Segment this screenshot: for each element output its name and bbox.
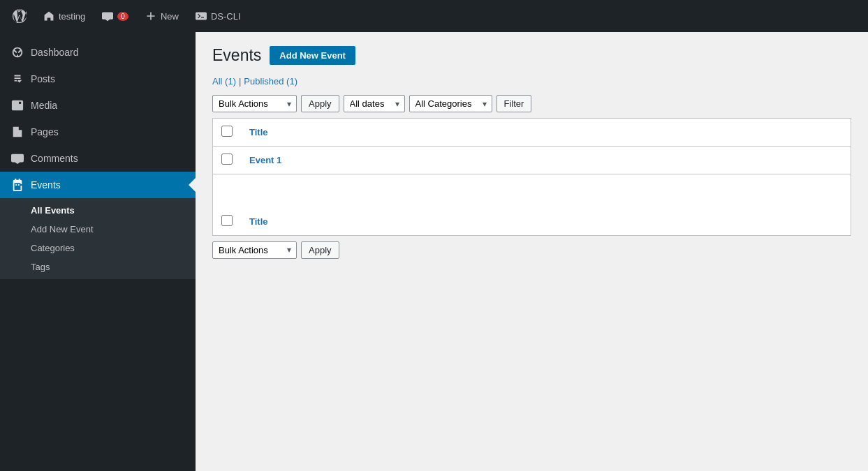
all-dates-select[interactable]: All dates <box>344 95 405 112</box>
site-name: testing <box>59 11 85 22</box>
submenu-categories[interactable]: Categories <box>0 239 196 257</box>
sidebar-item-events[interactable]: Events <box>0 172 196 198</box>
top-apply-button[interactable]: Apply <box>301 95 339 112</box>
sidebar-item-media[interactable]: Media <box>0 92 196 119</box>
published-filter-count: (1) <box>286 76 297 87</box>
all-filter-count: (1) <box>225 76 236 87</box>
table-footer-row: Title <box>213 208 851 236</box>
all-dates-wrap: All dates <box>344 95 405 112</box>
select-all-checkbox-bottom[interactable] <box>221 215 233 226</box>
published-filter-link[interactable]: Published (1) <box>244 76 297 87</box>
cli-link[interactable]: DS-CLI <box>189 0 248 32</box>
comment-count: 0 <box>117 12 128 21</box>
all-categories-wrap: All Categories <box>409 95 492 112</box>
dashboard-icon <box>11 46 24 59</box>
cli-label: DS-CLI <box>211 11 241 22</box>
new-link[interactable]: New <box>138 0 186 32</box>
footer-title-cell[interactable]: Title <box>241 208 851 236</box>
filter-sep: | <box>239 76 241 87</box>
spacer-cell <box>213 174 851 208</box>
comments-label: Comments <box>31 153 78 164</box>
add-new-event-button[interactable]: Add New Event <box>270 46 355 65</box>
home-icon <box>43 10 54 22</box>
top-bulk-actions-select[interactable]: Bulk Actions Edit Move to Trash <box>212 95 297 112</box>
sidebar-item-posts[interactable]: Posts <box>0 66 196 92</box>
select-all-checkbox-top[interactable] <box>221 126 233 137</box>
media-label: Media <box>31 100 57 111</box>
new-label: New <box>161 11 179 22</box>
terminal-icon <box>196 10 207 22</box>
sidebar-item-comments[interactable]: Comments <box>0 145 196 172</box>
top-tablenav: Bulk Actions Edit Move to Trash Apply Al… <box>212 95 851 112</box>
events-label: Events <box>31 179 61 190</box>
event-title-link[interactable]: Event 1 <box>249 155 281 165</box>
table-spacer-row <box>213 174 851 208</box>
pages-icon <box>11 126 24 138</box>
events-submenu: All Events Add New Event Categories Tags <box>0 198 196 279</box>
admin-bar: testing 0 New DS-CLI <box>0 0 868 32</box>
published-filter-label: Published <box>244 76 284 87</box>
all-filter-label: All <box>212 76 222 87</box>
pages-label: Pages <box>31 126 59 137</box>
table-header-row: Title <box>213 119 851 147</box>
comments-link[interactable]: 0 <box>95 0 135 32</box>
table-row: Event 1 <box>213 147 851 174</box>
bottom-bulk-actions-wrap: Bulk Actions Edit Move to Trash <box>212 241 297 259</box>
media-icon <box>11 99 24 112</box>
submenu-tags[interactable]: Tags <box>0 257 196 276</box>
sidebar-item-pages[interactable]: Pages <box>0 119 196 145</box>
wp-logo-link[interactable] <box>6 0 34 32</box>
posts-label: Posts <box>31 73 55 84</box>
page-title-wrap: Events Add New Event <box>212 46 851 65</box>
dashboard-label: Dashboard <box>31 47 79 58</box>
all-categories-select[interactable]: All Categories <box>409 95 492 112</box>
bottom-bulk-actions-select[interactable]: Bulk Actions Edit Move to Trash <box>212 241 297 259</box>
events-table: Title Event 1 <box>212 118 851 236</box>
posts-icon <box>11 73 24 85</box>
bottom-apply-button[interactable]: Apply <box>301 241 339 259</box>
sidebar: Dashboard Posts Media Pages <box>0 32 196 471</box>
header-title-cell[interactable]: Title <box>241 119 851 147</box>
row-checkbox[interactable] <box>221 154 233 165</box>
row-title-cell: Event 1 <box>241 147 851 174</box>
comments-menu-icon <box>11 152 24 165</box>
main-content: Events Add New Event All (1) | Published… <box>196 32 868 471</box>
submenu-add-new-event[interactable]: Add New Event <box>0 220 196 239</box>
sidebar-item-dashboard[interactable]: Dashboard <box>0 39 196 66</box>
page-title: Events <box>212 46 261 65</box>
row-checkbox-cell <box>213 147 242 174</box>
comments-icon <box>102 10 113 22</box>
footer-checkbox-cell <box>213 208 242 236</box>
all-filter-link[interactable]: All (1) <box>212 76 236 87</box>
top-bulk-actions-wrap: Bulk Actions Edit Move to Trash <box>212 95 297 112</box>
site-name-link[interactable]: testing <box>36 0 92 32</box>
submenu-all-events[interactable]: All Events <box>0 201 196 220</box>
filter-links: All (1) | Published (1) <box>212 76 851 87</box>
events-icon <box>11 179 24 191</box>
bottom-tablenav: Bulk Actions Edit Move to Trash Apply <box>212 241 851 259</box>
header-checkbox-cell <box>213 119 242 147</box>
plus-icon <box>145 10 156 22</box>
filter-button[interactable]: Filter <box>496 95 532 112</box>
wp-logo-icon <box>13 9 27 23</box>
